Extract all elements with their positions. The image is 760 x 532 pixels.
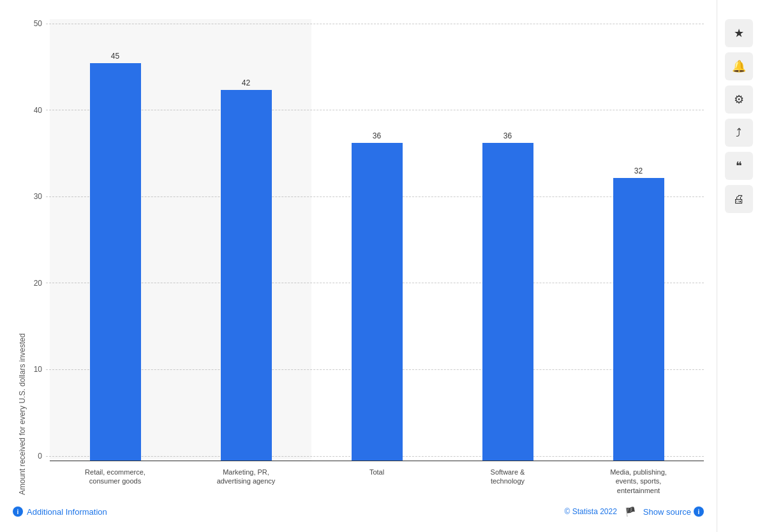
- x-axis-label: Retail, ecommerce,consumer goods: [50, 464, 181, 495]
- footer: i Additional Information © Statista 2022…: [13, 500, 704, 519]
- x-axis-label: Software &technology: [442, 464, 573, 495]
- x-axis-label: Media, publishing,events, sports,enterta…: [573, 464, 704, 495]
- bar-value-label: 36: [373, 131, 381, 140]
- bar-group: 32: [573, 19, 704, 461]
- y-axis-label: Amount received for every U.S. dollars i…: [13, 19, 27, 495]
- footer-right: © Statista 2022 🏴 Show source i: [565, 506, 704, 517]
- show-source-label: Show source: [643, 507, 691, 517]
- bar-rect: [221, 90, 272, 461]
- show-source-button[interactable]: Show source i: [643, 506, 704, 517]
- bars-container: 4542363632: [50, 19, 704, 461]
- print-icon[interactable]: 🖨: [725, 185, 753, 213]
- x-axis-label: Marketing, PR,advertising agency: [181, 464, 311, 495]
- grid-line-label: 0: [27, 452, 46, 461]
- bar-group: 36: [311, 19, 442, 461]
- star-icon[interactable]: ★: [725, 19, 753, 47]
- bar-rect: [613, 178, 664, 461]
- bar-value-label: 36: [503, 131, 512, 140]
- grid-and-bars: 504030201004542363632: [27, 19, 704, 461]
- bar-value-label: 32: [634, 166, 643, 175]
- gear-icon[interactable]: ⚙: [725, 85, 753, 114]
- additional-info-label: Additional Information: [27, 507, 107, 517]
- bar-group: 45: [50, 19, 181, 461]
- x-axis-line: [50, 461, 704, 461]
- grid-line-label: 40: [27, 106, 46, 115]
- chart-wrapper: Amount received for every U.S. dollars i…: [13, 19, 704, 495]
- flag-icon: 🏴: [625, 506, 636, 517]
- bar-rect: [482, 143, 533, 461]
- source-info-icon: i: [694, 506, 704, 517]
- bar-rect: [352, 143, 403, 461]
- x-axis-label: Total: [311, 464, 442, 495]
- grid-line-label: 30: [27, 192, 46, 201]
- bar-group: 36: [442, 19, 573, 461]
- bar-group: 42: [181, 19, 311, 461]
- grid-line-label: 50: [27, 19, 46, 28]
- copyright-text: © Statista 2022: [565, 507, 617, 516]
- sidebar: ★🔔⚙⤴❝🖨: [717, 0, 760, 532]
- main-container: Amount received for every U.S. dollars i…: [0, 0, 760, 532]
- additional-info-button[interactable]: i Additional Information: [13, 506, 107, 517]
- info-icon: i: [13, 506, 23, 517]
- grid-line-label: 10: [27, 365, 46, 374]
- quote-icon[interactable]: ❝: [725, 152, 753, 180]
- bar-value-label: 45: [111, 52, 119, 61]
- grid-line-label: 20: [27, 279, 46, 288]
- chart-area: Amount received for every U.S. dollars i…: [0, 0, 717, 532]
- bar-value-label: 42: [242, 78, 250, 87]
- bell-icon[interactable]: 🔔: [725, 52, 753, 80]
- chart-inner: 504030201004542363632 Retail, ecommerce,…: [27, 19, 704, 495]
- bar-rect: [90, 63, 141, 461]
- x-axis-area: Retail, ecommerce,consumer goodsMarketin…: [50, 464, 704, 495]
- share-icon[interactable]: ⤴: [725, 119, 753, 147]
